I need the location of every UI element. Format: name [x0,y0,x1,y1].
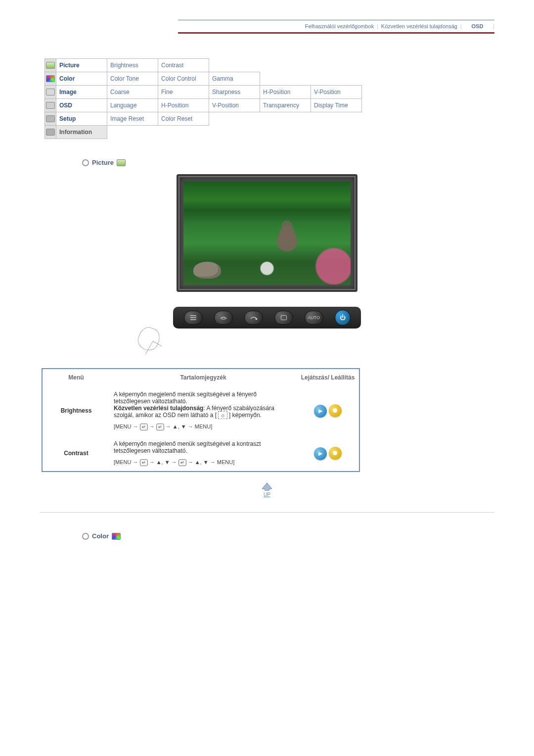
grid-link-colorreset[interactable]: Color Reset [158,112,209,126]
grid-link-hposition[interactable]: H-Position [260,86,311,99]
enter-icon: ↵ [178,459,186,466]
svg-text:✱: ✱ [255,318,258,321]
control-brightness-button[interactable] [214,311,233,325]
nav-link-user-controls[interactable]: Felhasználói vezérlőgombok [305,23,374,29]
grid-head-color[interactable]: Color [56,72,107,86]
picture-description-table: Menü Tartalomjegyzék Lejátszás/ Leállítá… [42,368,360,472]
nav-sep: | [460,24,462,29]
grid-link-transparency[interactable]: Transparency [260,99,311,112]
grid-link-displaytime[interactable]: Display Time [311,99,362,112]
nav-link-osd[interactable]: OSD [465,23,490,29]
osd-menu-grid: Picture Brightness Contrast Color Color … [44,58,362,139]
color-icon [112,533,121,540]
grid-link-language[interactable]: Language [107,99,158,112]
enter-icon: ↵ [156,424,164,430]
grid-link-sharpness[interactable]: Sharpness [209,86,260,99]
nav-sep: | [377,24,378,29]
grid-link-contrast[interactable]: Contrast [158,59,209,72]
col-play: Lejátszás/ Leállítás [297,369,359,386]
nav-sep: | [493,24,494,29]
monitor-preview [177,174,357,292]
picture-icon [46,62,55,69]
row-desc-brightness: A képernyőn megjelenő menük segítségével… [110,386,297,435]
grid-head-picture[interactable]: Picture [56,59,107,72]
col-desc: Tartalomjegyzék [110,369,297,386]
press-hand-icon [138,328,168,353]
stop-button[interactable] [329,404,342,417]
enter-icon: ↵ [140,424,148,430]
monitor-preview-image [183,181,351,285]
row-desc-contrast: A képernyőn megjelenő menük segítségével… [110,435,297,471]
grid-link-brightness[interactable]: Brightness [107,59,158,72]
setup-icon [46,115,55,122]
grid-head-image[interactable]: Image [56,86,107,99]
grid-link-gamma[interactable]: Gamma [209,72,260,86]
section-color-head: Color [82,532,494,540]
bullet-icon [82,159,89,166]
row-icon-osd [45,99,56,112]
section-divider [40,512,494,513]
svg-rect-1 [281,316,286,320]
control-auto-button[interactable]: AUTO [305,311,323,325]
control-menu-button[interactable] [184,311,203,325]
control-source-button[interactable] [274,311,293,325]
row-icon-picture [45,59,56,72]
stop-button[interactable] [329,447,342,460]
picture-icon [117,159,126,166]
image-icon [46,89,55,95]
osd-icon [46,102,55,109]
play-button[interactable]: ▶ [314,447,327,460]
monitor-control-bar: ✱ AUTO ⏻ [173,307,361,329]
row-icon-color [45,72,56,86]
grid-link-coarse[interactable]: Coarse [107,86,158,99]
grid-link-osd-hpos[interactable]: H-Position [158,99,209,112]
table-row: Contrast A képernyőn megjelenő menük seg… [43,435,359,471]
section-color-label: Color [92,532,109,540]
color-icon [46,75,55,82]
row-menu-brightness: Brightness [43,386,110,435]
grid-link-colortone[interactable]: Color Tone [107,72,158,86]
row-icon-setup [45,112,56,126]
grid-link-colorcontrol[interactable]: Color Control [158,72,209,86]
enter-icon: ↵ [140,459,148,466]
nav-seq-brightness: [MENU → ↵ → ↵ → ▲, ▼ → MENU] [114,424,293,430]
play-button[interactable]: ▶ [314,405,327,418]
row-icon-info [45,126,56,139]
sun-icon: ☼ [218,411,227,419]
control-power-button[interactable]: ⏻ [335,310,351,326]
col-menu: Menü [43,369,110,386]
up-label: UP [264,492,270,497]
info-icon [46,129,55,136]
grid-link-fine[interactable]: Fine [158,86,209,99]
grid-link-imagereset[interactable]: Image Reset [107,112,158,126]
grid-link-vposition[interactable]: V-Position [311,86,362,99]
grid-head-osd[interactable]: OSD [56,99,107,112]
nav-link-direct[interactable]: Közvetlen vezérlési tulajdonság [381,23,457,29]
control-adjust-button[interactable]: ✱ [244,311,263,325]
top-nav: Felhasználói vezérlőgombok | Közvetlen v… [178,20,494,34]
grid-head-setup[interactable]: Setup [56,112,107,126]
up-button[interactable]: UP [259,482,275,497]
section-picture-label: Picture [92,159,114,166]
table-row: Brightness A képernyőn megjelenő menük s… [43,386,359,435]
grid-head-information[interactable]: Information [56,126,107,139]
bullet-icon [82,533,89,540]
row-menu-contrast: Contrast [43,435,110,471]
section-picture-head: Picture [82,159,494,166]
nav-seq-contrast: [MENU → ↵ → ▲, ▼ → ↵ → ▲, ▼ → MENU] [114,459,293,466]
row-icon-image [45,86,56,99]
grid-link-osd-vpos[interactable]: V-Position [209,99,260,112]
